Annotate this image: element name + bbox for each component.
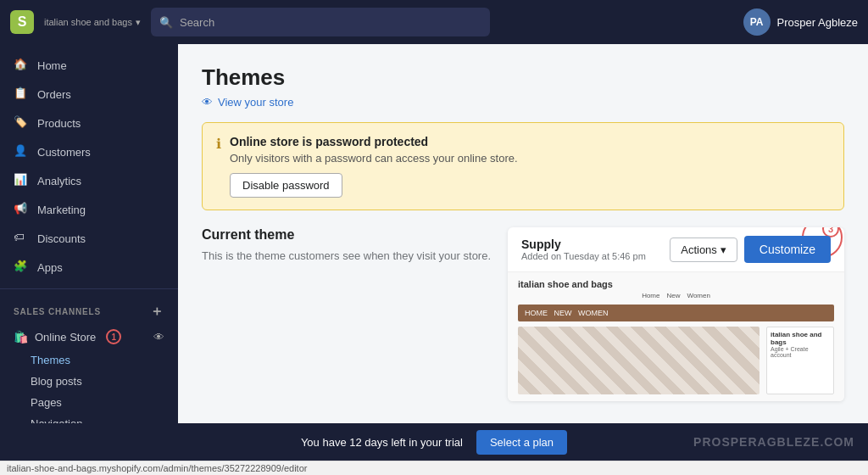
disable-password-button[interactable]: Disable password: [230, 173, 342, 198]
theme-name: Supply: [521, 238, 646, 251]
main-layout: 🏠 Home 📋 Orders 🏷️ Products 👤 Customers …: [0, 44, 868, 423]
mockup-right-text: Agile + Create account: [771, 346, 830, 358]
store-name-button[interactable]: italian shoe and bags ▾: [44, 17, 141, 28]
alert-banner: ℹ Online store is password protected Onl…: [202, 122, 844, 210]
view-store-label: View your store: [218, 96, 293, 109]
page-title: Themes: [202, 64, 844, 91]
mockup-nav: Home New Women: [518, 292, 834, 299]
theme-name-group: Supply Added on Tuesday at 5:46 pm: [521, 238, 646, 261]
sidebar-item-discounts[interactable]: 🏷 Discounts: [0, 224, 178, 253]
watermark: PROSPERAGBLEZE.COM: [693, 435, 854, 449]
select-plan-button[interactable]: Select a plan: [476, 430, 567, 455]
theme-actions: Actions ▾ 3 Customize: [670, 236, 831, 263]
navigation-label: Navigation: [31, 417, 82, 423]
customize-button[interactable]: Customize: [744, 236, 831, 263]
sidebar-label-products: Products: [37, 117, 81, 130]
mockup-nav-home: Home: [642, 292, 659, 299]
eye-link-icon: 👁: [202, 96, 213, 109]
theme-header-bar: Supply Added on Tuesday at 5:46 pm Actio…: [508, 227, 844, 272]
sales-channels-header: SALES CHANNELS ＋: [0, 296, 178, 324]
sidebar-label-home: Home: [37, 59, 67, 72]
sidebar-divider: [0, 288, 178, 289]
sidebar-label-discounts: Discounts: [37, 232, 86, 245]
sidebar-item-customers[interactable]: 👤 Customers: [0, 137, 178, 166]
view-store-link[interactable]: 👁 View your store: [202, 96, 844, 109]
orders-icon: 📋: [14, 87, 29, 102]
actions-chevron-icon: ▾: [721, 243, 726, 256]
current-theme-desc: This is the theme customers see when the…: [202, 248, 491, 265]
customers-icon: 👤: [14, 144, 29, 159]
online-store-left: 🛍️ Online Store 1: [14, 329, 121, 344]
discounts-icon: 🏷: [14, 231, 29, 246]
analytics-icon: 📊: [14, 173, 29, 188]
sidebar-label-analytics: Analytics: [37, 175, 81, 187]
alert-title: Online store is password protected: [230, 135, 518, 148]
store-logo: S: [10, 10, 34, 34]
store-name-label: italian shoe and bags: [44, 17, 132, 27]
mockup-site-name: italian shoe and bags: [518, 279, 834, 289]
trial-text: You have 12 days left in your trial: [301, 436, 463, 449]
sidebar-item-marketing[interactable]: 📢 Marketing: [0, 195, 178, 224]
mockup-topbar-text: HOME NEW WOMEN: [525, 309, 609, 317]
themes-label: Themes: [31, 354, 70, 366]
mockup-topbar: HOME NEW WOMEN: [518, 305, 834, 321]
sidebar-item-apps[interactable]: 🧩 Apps: [0, 253, 178, 282]
theme-section: Current theme This is the theme customer…: [202, 227, 844, 401]
products-icon: 🏷️: [14, 115, 29, 131]
sidebar-item-home[interactable]: 🏠 Home: [0, 51, 178, 80]
sidebar-label-apps: Apps: [37, 261, 63, 274]
mockup-nav-new: New: [666, 292, 680, 299]
content-area: Themes 👁 View your store ℹ Online store …: [178, 44, 868, 423]
chevron-down-icon: ▾: [136, 17, 141, 28]
sidebar-item-analytics[interactable]: 📊 Analytics: [0, 166, 178, 195]
actions-label: Actions: [681, 243, 717, 256]
mockup-body: italian shoe and bags Agile + Create acc…: [518, 327, 834, 394]
sidebar-item-online-store[interactable]: 🛍️ Online Store 1 👁: [0, 324, 178, 349]
home-icon: 🏠: [14, 58, 29, 73]
search-bar[interactable]: 🔍 Search: [151, 8, 490, 36]
sidebar-item-orders[interactable]: 📋 Orders: [0, 80, 178, 109]
marketing-icon: 📢: [14, 202, 29, 217]
url-text: italian-shoe-and-bags.myshopify.com/admi…: [7, 463, 307, 473]
sidebar-sub-themes[interactable]: Themes: [0, 349, 178, 371]
online-store-icon: 🛍️: [14, 330, 28, 344]
pages-label: Pages: [31, 396, 62, 409]
online-store-badge: 1: [106, 329, 121, 344]
alert-icon: ℹ: [216, 136, 221, 152]
apps-icon: 🧩: [14, 260, 29, 275]
actions-button[interactable]: Actions ▾: [670, 238, 737, 262]
user-name: Prosper Agbleze: [777, 16, 858, 29]
avatar: PA: [743, 8, 771, 36]
theme-info: Current theme This is the theme customer…: [202, 227, 491, 401]
add-channel-icon[interactable]: ＋: [150, 303, 164, 321]
mockup-hero-image: [518, 327, 760, 394]
topnav: S italian shoe and bags ▾ 🔍 Search PA Pr…: [0, 0, 868, 44]
sidebar-label-orders: Orders: [37, 88, 71, 101]
search-icon: 🔍: [159, 16, 173, 29]
sidebar-sub-navigation[interactable]: Navigation: [0, 413, 178, 423]
sidebar-item-products[interactable]: 🏷️ Products: [0, 109, 178, 137]
sidebar-sub-pages[interactable]: Pages: [0, 392, 178, 413]
mockup-nav-women: Women: [687, 292, 709, 299]
customize-button-wrapper: 3 Customize: [744, 236, 831, 263]
alert-description: Only visitors with a password can access…: [230, 152, 518, 165]
search-placeholder: Search: [180, 16, 214, 29]
mockup-right-title: italian shoe and bags: [771, 331, 830, 346]
current-theme-title: Current theme: [202, 227, 491, 243]
sidebar: 🏠 Home 📋 Orders 🏷️ Products 👤 Customers …: [0, 44, 178, 423]
theme-preview: Supply Added on Tuesday at 5:46 pm Actio…: [508, 227, 844, 401]
theme-mockup: italian shoe and bags Home New Women HOM…: [508, 272, 844, 401]
mockup-right-panel: italian shoe and bags Agile + Create acc…: [766, 327, 834, 394]
url-bar: italian-shoe-and-bags.myshopify.com/admi…: [0, 461, 868, 475]
sales-channels-label: SALES CHANNELS: [14, 307, 101, 316]
nav-right: PA Prosper Agbleze: [743, 8, 858, 36]
alert-text: Online store is password protected Only …: [230, 135, 518, 198]
bottom-bar: You have 12 days left in your trial Sele…: [0, 423, 868, 461]
sidebar-label-marketing: Marketing: [37, 204, 86, 216]
eye-icon[interactable]: 👁: [153, 331, 164, 344]
sidebar-sub-blog-posts[interactable]: Blog posts: [0, 371, 178, 392]
sidebar-label-customers: Customers: [37, 146, 91, 159]
online-store-label: Online Store: [35, 331, 96, 344]
theme-added-date: Added on Tuesday at 5:46 pm: [521, 251, 646, 261]
blog-posts-label: Blog posts: [31, 375, 82, 388]
